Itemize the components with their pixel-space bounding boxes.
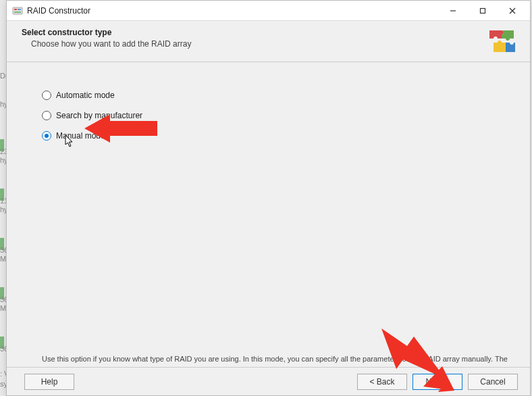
titlebar: RAID Constructor xyxy=(7,1,530,21)
radio-label: Automatic mode xyxy=(56,91,115,100)
raid-constructor-window: RAID Constructor Select constructor type… xyxy=(6,0,531,396)
radio-manual-mode[interactable]: Manual mode xyxy=(42,131,503,141)
close-button[interactable] xyxy=(498,1,527,20)
app-icon xyxy=(12,5,23,16)
cancel-button[interactable]: Cancel xyxy=(468,374,518,390)
maximize-button[interactable] xyxy=(468,1,498,20)
radio-search-by-manufacturer[interactable]: Search by manufacturer xyxy=(42,111,503,120)
svg-rect-0 xyxy=(13,7,22,14)
back-button[interactable]: < Back xyxy=(357,374,407,390)
wizard-content: Automatic mode Search by manufacturer Ma… xyxy=(7,62,530,372)
svg-rect-1 xyxy=(14,9,17,10)
puzzle-icon xyxy=(488,28,516,56)
radio-icon xyxy=(42,91,51,100)
page-title: Select constructor type xyxy=(22,28,481,37)
window-title: RAID Constructor xyxy=(27,6,438,16)
radio-label: Manual mode xyxy=(56,131,105,141)
window-controls xyxy=(438,1,527,20)
svg-rect-2 xyxy=(18,9,21,10)
radio-automatic-mode[interactable]: Automatic mode xyxy=(42,91,503,100)
wizard-header: Select constructor type Choose how you w… xyxy=(7,21,530,62)
minimize-button[interactable] xyxy=(438,1,468,20)
radio-icon xyxy=(42,111,51,120)
radio-label: Search by manufacturer xyxy=(56,111,142,120)
page-subtitle: Choose how you want to add the RAID arra… xyxy=(22,39,481,49)
help-button[interactable]: Help xyxy=(24,374,74,390)
svg-rect-5 xyxy=(481,8,485,13)
wizard-footer: Help < Back Next > Cancel xyxy=(7,367,530,395)
svg-rect-3 xyxy=(14,11,21,13)
next-button[interactable]: Next > xyxy=(413,374,462,390)
radio-icon xyxy=(42,131,51,141)
